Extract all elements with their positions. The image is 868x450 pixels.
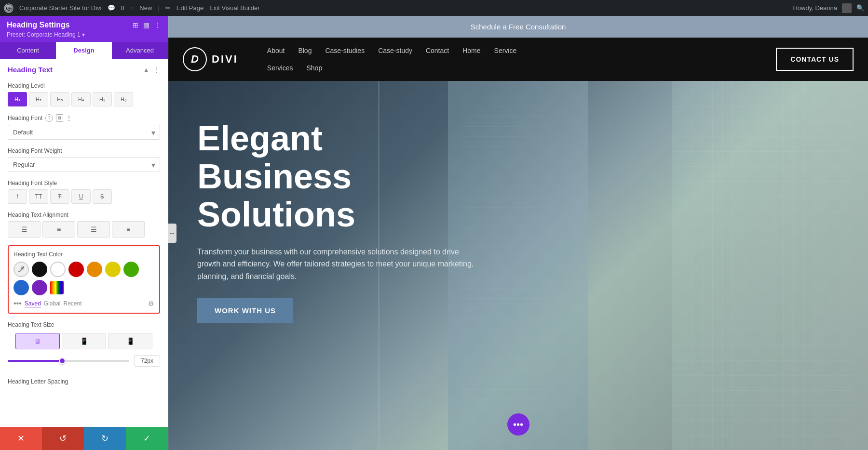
cancel-button[interactable]: ✕ — [0, 427, 42, 450]
panel-content: Heading Text ▲ ⋮ Heading Level H₁ H₂ H₃ … — [0, 59, 168, 427]
color-gear-icon[interactable]: ⚙ — [148, 300, 154, 307]
nav-home[interactable]: Home — [462, 42, 480, 59]
new-link[interactable]: New — [139, 4, 152, 12]
align-right[interactable]: ☰ — [77, 221, 110, 238]
search-icon[interactable]: 🔍 — [856, 4, 864, 12]
panel-toggle-btn[interactable]: ↔ — [168, 224, 176, 243]
announcement-bar: Schedule a Free Consultation — [168, 16, 868, 38]
nav-row-primary: About Blog Case-studies Case-study Conta… — [267, 42, 516, 59]
nav-case-studies[interactable]: Case-studies — [325, 42, 365, 59]
heading-text-color-section: Heading Text Color — [8, 245, 160, 314]
heading-font-style-row: Heading Font Style I TT T U S̶ — [0, 176, 168, 208]
nav-shop[interactable]: Shop — [306, 59, 322, 77]
align-left[interactable]: ☰ — [8, 221, 41, 238]
section-title: Heading Text — [8, 66, 53, 74]
color-black[interactable] — [32, 262, 47, 277]
color-blue[interactable] — [14, 280, 29, 295]
wp-admin-bar: Corporate Starter Site for Divi 💬 0 + Ne… — [0, 0, 868, 16]
heading-level-h3[interactable]: H₃ — [50, 92, 69, 106]
heading-font-weight-select[interactable]: Regular — [8, 157, 160, 172]
nav-links: About Blog Case-studies Case-study Conta… — [267, 42, 516, 77]
color-white[interactable] — [50, 262, 66, 277]
nav-about[interactable]: About — [267, 42, 285, 59]
device-icons: 🖥 📱 📱 — [8, 331, 160, 351]
edit-page-link[interactable]: Edit Page — [176, 4, 203, 12]
heading-level-row: Heading Level H₁ H₂ H₃ H₄ H₅ H₆ — [0, 79, 168, 110]
site-name-link[interactable]: Corporate Starter Site for Divi — [19, 4, 102, 12]
align-center[interactable]: ≡ — [42, 221, 75, 238]
preview-area: Schedule a Free Consultation D DIVI Abou… — [168, 16, 868, 450]
color-red[interactable] — [68, 262, 84, 277]
logo-text: DIVI — [212, 53, 238, 66]
color-purple[interactable] — [32, 280, 47, 295]
color-tab-global[interactable]: Global — [44, 300, 61, 307]
panel-bottom-bar: ✕ ↺ ↻ ✓ — [0, 427, 168, 450]
panel-header: Heading Settings ⊞ ▦ ⋮ Preset: Corporate… — [0, 16, 168, 42]
section-collapse-icon[interactable]: ▲ — [143, 66, 149, 74]
section-more-icon[interactable]: ⋮ — [153, 66, 160, 74]
heading-level-h1[interactable]: H₁ — [8, 92, 27, 106]
heading-level-h4[interactable]: H₄ — [71, 92, 91, 106]
color-tabs-more[interactable]: ••• — [14, 299, 22, 308]
style-underline[interactable]: U — [71, 189, 91, 204]
tab-design[interactable]: Design — [56, 42, 112, 59]
heading-level-h5[interactable]: H₅ — [93, 92, 112, 106]
tab-advanced[interactable]: Advanced — [112, 42, 168, 59]
panel-preset: Preset: Corporate Heading 1 ▾ — [7, 31, 161, 38]
heading-font-select[interactable]: Default — [8, 125, 160, 140]
color-tab-saved[interactable]: Saved — [25, 300, 41, 307]
style-strikethrough[interactable]: T — [50, 189, 69, 204]
color-gradient-picker[interactable] — [50, 281, 64, 294]
panel-icon-more[interactable]: ⋮ — [154, 21, 161, 29]
heading-font-weight-label: Heading Font Weight — [8, 147, 160, 154]
heading-font-weight-row: Heading Font Weight Regular — [0, 144, 168, 176]
style-tt[interactable]: TT — [29, 189, 48, 204]
heading-font-style-label: Heading Font Style — [8, 180, 160, 186]
align-justify[interactable]: ≡ — [112, 221, 145, 238]
comment-count: 0 — [121, 4, 124, 12]
device-desktop[interactable]: 🖥 — [15, 333, 60, 349]
nav-contact[interactable]: Contact — [426, 42, 449, 59]
site-logo: D DIVI — [183, 38, 238, 81]
color-yellow[interactable] — [105, 262, 121, 277]
heading-level-h2[interactable]: H₂ — [29, 92, 48, 106]
style-italic[interactable]: I — [8, 189, 27, 204]
undo-button[interactable]: ↺ — [42, 427, 84, 450]
color-orange[interactable] — [87, 262, 102, 277]
panel-icon-layout[interactable]: ▦ — [143, 21, 149, 29]
panel-title: Heading Settings — [7, 21, 70, 29]
heading-letter-spacing-row: Heading Letter Spacing — [0, 374, 168, 392]
save-button[interactable]: ✓ — [126, 427, 168, 450]
logo-icon: D — [183, 47, 207, 71]
size-value-input[interactable] — [134, 355, 160, 367]
heading-level-h6[interactable]: H₆ — [114, 92, 133, 106]
style-uppercase[interactable]: S̶ — [93, 189, 112, 204]
heading-font-more-icon[interactable]: ⋮ — [66, 115, 72, 121]
heading-text-size-label: Heading Text Size — [8, 321, 160, 328]
heading-letter-spacing-label: Heading Letter Spacing — [8, 378, 160, 385]
hero-cta-button[interactable]: WORK WITH US — [197, 298, 293, 323]
heading-text-alignment-label: Heading Text Alignment — [8, 212, 160, 218]
contact-us-button[interactable]: CONTACT US — [776, 48, 854, 71]
heading-font-help[interactable]: ? — [45, 114, 53, 122]
heading-font-copy-icon[interactable]: ⧉ — [56, 114, 63, 122]
floating-dots-button[interactable]: ••• — [507, 413, 529, 436]
nav-services[interactable]: Services — [267, 59, 293, 77]
exit-visual-builder-link[interactable]: Exit Visual Builder — [209, 4, 260, 12]
device-tablet[interactable]: 📱 — [62, 333, 106, 349]
color-green[interactable] — [123, 262, 139, 277]
heading-font-label: Heading Font ? ⧉ ⋮ — [8, 114, 160, 122]
redo-button[interactable]: ↻ — [84, 427, 126, 450]
tab-content[interactable]: Content — [0, 42, 56, 59]
nav-service[interactable]: Service — [494, 42, 517, 59]
nav-case-study[interactable]: Case-study — [378, 42, 412, 59]
heading-level-label: Heading Level — [8, 82, 160, 89]
device-mobile[interactable]: 📱 — [108, 333, 152, 349]
nav-blog[interactable]: Blog — [298, 42, 312, 59]
color-swatches-row — [14, 262, 154, 295]
heading-font-row: Heading Font ? ⧉ ⋮ Default — [0, 110, 168, 144]
eyedropper-swatch[interactable] — [14, 262, 29, 277]
hero-title: Elegant Business Solutions — [197, 119, 477, 234]
panel-icon-settings[interactable]: ⊞ — [133, 21, 138, 29]
color-tab-recent[interactable]: Recent — [64, 300, 82, 307]
